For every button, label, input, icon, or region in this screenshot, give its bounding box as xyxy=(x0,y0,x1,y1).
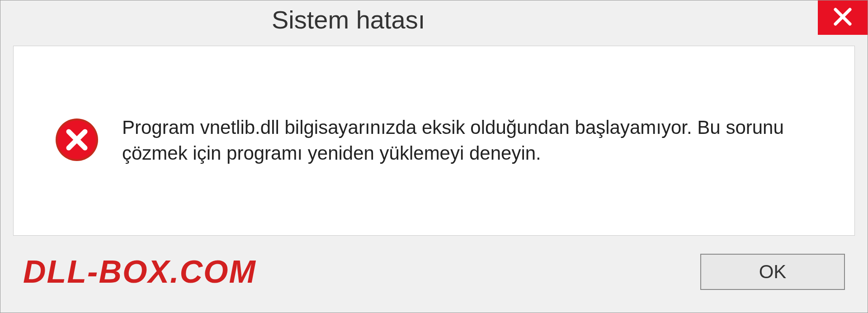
watermark-text: DLL-BOX.COM xyxy=(23,254,256,290)
close-icon xyxy=(832,6,854,29)
footer: DLL-BOX.COM OK xyxy=(0,236,868,313)
error-dialog: Sistem hatası Program vnetlib.dll bilgis… xyxy=(0,0,868,313)
titlebar: Sistem hatası xyxy=(0,0,868,41)
ok-button-label: OK xyxy=(759,261,787,283)
dialog-title: Sistem hatası xyxy=(0,0,425,34)
error-icon xyxy=(54,117,99,164)
close-button[interactable] xyxy=(818,0,868,35)
ok-button[interactable]: OK xyxy=(700,254,845,290)
content-area: Program vnetlib.dll bilgisayarınızda eks… xyxy=(13,46,855,236)
error-message: Program vnetlib.dll bilgisayarınızda eks… xyxy=(122,115,800,166)
